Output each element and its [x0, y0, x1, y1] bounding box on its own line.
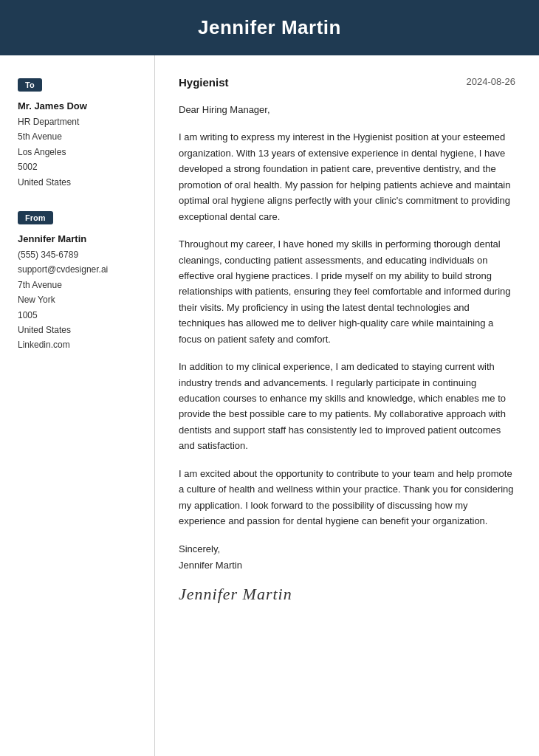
recipient-line5: United States [18, 175, 140, 190]
page: Jennifer Martin To Mr. James Dow HR Depa… [0, 0, 539, 756]
sender-email: support@cvdesigner.ai [18, 262, 140, 277]
signature-cursive: Jennifer Martin [179, 581, 515, 608]
closing-line1: Sincerely, [179, 541, 515, 557]
main-header-row: Hygienist 2024-08-26 [179, 76, 515, 89]
recipient-name: Mr. James Dow [18, 100, 140, 111]
header-name: Jennifer Martin [30, 16, 509, 39]
job-title: Hygienist [179, 76, 229, 89]
sender-line4: United States [18, 323, 140, 337]
from-badge: From [18, 211, 53, 224]
paragraph-1: I am writing to express my interest in t… [179, 129, 515, 224]
salutation: Dear Hiring Manager, [179, 102, 515, 117]
from-section: From Jennifer Martin (555) 345-6789 supp… [18, 210, 140, 353]
sidebar: To Mr. James Dow HR Department 5th Avenu… [0, 55, 155, 756]
main-content: Hygienist 2024-08-26 Dear Hiring Manager… [155, 55, 539, 756]
to-badge: To [18, 78, 42, 92]
recipient-line1: HR Department [18, 114, 140, 129]
letter-body: Dear Hiring Manager, I am writing to exp… [179, 102, 515, 608]
to-section: To Mr. James Dow HR Department 5th Avenu… [18, 78, 140, 190]
recipient-line2: 5th Avenue [18, 129, 140, 144]
recipient-line4: 5002 [18, 159, 140, 174]
sender-line1: 7th Avenue [18, 278, 140, 292]
closing: Sincerely, Jennifer Martin Jennifer Mart… [179, 541, 515, 608]
letter-date: 2024-08-26 [467, 76, 516, 87]
sender-line5: Linkedin.com [18, 337, 140, 352]
paragraph-4: I am excited about the opportunity to co… [179, 466, 515, 529]
recipient-line3: Los Angeles [18, 145, 140, 159]
paragraph-2: Throughout my career, I have honed my sk… [179, 236, 515, 347]
sender-phone: (555) 345-6789 [18, 247, 140, 262]
sender-name: Jennifer Martin [18, 233, 140, 244]
sender-line2: New York [18, 292, 140, 307]
paragraph-3: In addition to my clinical experience, I… [179, 359, 515, 454]
sender-line3: 1005 [18, 308, 140, 323]
body: To Mr. James Dow HR Department 5th Avenu… [0, 55, 539, 756]
header: Jennifer Martin [0, 0, 539, 55]
closing-line2: Jennifer Martin [179, 557, 515, 574]
